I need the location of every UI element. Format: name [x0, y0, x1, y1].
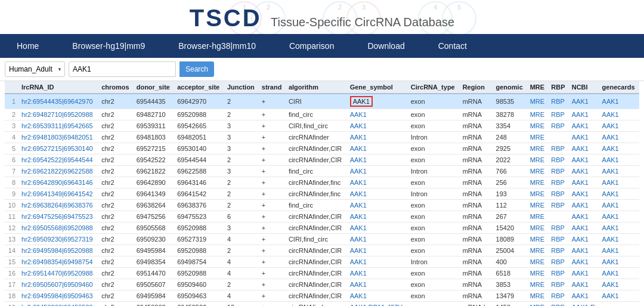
mre-link[interactable]: MRE	[530, 224, 544, 231]
rbp-link[interactable]: RBP	[551, 168, 565, 175]
ncbi-link[interactable]: AAK1	[572, 224, 589, 231]
genecards-link[interactable]: AAK1	[602, 156, 619, 163]
lrcrna-id-link[interactable]: hr2:69505568|69520988	[21, 224, 93, 231]
gene-symbol-link[interactable]: AAK1	[350, 281, 367, 288]
lrcrna-id-link[interactable]: hr2:69544435|69642970	[21, 98, 93, 105]
rbp-link[interactable]: RBP	[551, 258, 565, 265]
lrcrna-id-link[interactable]: hr2:69514470|69520988	[21, 270, 93, 277]
gene-symbol-link[interactable]: AAK1	[350, 258, 367, 265]
lrcrna-id-link[interactable]: hr2:69621822|69622588	[21, 168, 93, 175]
lrcrna-id-link[interactable]: hr2:69527215|69530140	[21, 145, 93, 152]
lrcrna-id-link[interactable]: hr2:69638264|69638376	[21, 202, 93, 209]
genecards-link[interactable]: AAK1	[602, 247, 619, 254]
genecards-link[interactable]: AAK1	[602, 236, 619, 243]
gene-symbol-link[interactable]: AAK1	[350, 145, 367, 152]
genecards-link[interactable]: AAK1	[602, 258, 619, 265]
genecards-link[interactable]: AAK1	[602, 179, 619, 186]
mre-link[interactable]: MRE	[530, 236, 544, 243]
nav-contact[interactable]: Contact	[422, 34, 484, 58]
ncbi-link[interactable]: AAK1	[572, 122, 589, 129]
genecards-link[interactable]: AAK1	[602, 202, 619, 209]
ncbi-link[interactable]: AAK1	[572, 134, 589, 141]
mre-link[interactable]: MRE	[530, 179, 544, 186]
rbp-link[interactable]: RBP	[551, 202, 565, 209]
mre-link[interactable]: MRE	[530, 156, 544, 163]
mre-link[interactable]: MRE	[530, 122, 544, 129]
organism-dropdown[interactable]: Human_Adult Human_Fetal Mouse_Adult Mous…	[5, 61, 65, 77]
ncbi-link[interactable]: AAK1	[572, 213, 589, 220]
ncbi-link[interactable]: AAK1	[572, 145, 589, 152]
ncbi-link[interactable]: AAK1	[572, 258, 589, 265]
rbp-link[interactable]: RBP	[551, 179, 565, 186]
gene-symbol-link[interactable]: AAK1	[350, 122, 367, 129]
mre-link[interactable]: MRE	[530, 134, 544, 141]
nav-browser-hg38[interactable]: Browser-hg38|mm10	[162, 34, 273, 58]
genecards-link[interactable]: AAK1	[602, 281, 619, 288]
mre-link[interactable]: MRE	[530, 304, 544, 306]
nav-download[interactable]: Download	[351, 34, 421, 58]
lrcrna-id-link[interactable]: hr2:69495984|69520988	[21, 247, 93, 254]
ncbi-link[interactable]: AAK1,R	[572, 304, 595, 306]
search-input[interactable]	[69, 61, 176, 77]
genecards-link[interactable]: AAK1	[602, 134, 619, 141]
gene-symbol-link[interactable]: AAK1,RP11-427H	[350, 304, 403, 306]
gene-symbol-link[interactable]: AAK1	[350, 111, 367, 118]
ncbi-link[interactable]: AAK1	[572, 236, 589, 243]
genecards-link[interactable]: AAK1	[602, 224, 619, 231]
genecards-link[interactable]: AAK1	[602, 190, 619, 197]
rbp-link[interactable]: RBP	[551, 224, 565, 231]
ncbi-link[interactable]: AAK1	[572, 190, 589, 197]
lrcrna-id-link[interactable]: hr2:69542522|69544544	[21, 156, 93, 163]
lrcrna-id-link[interactable]: hr2:69498354|69498754	[21, 258, 93, 265]
gene-symbol-link[interactable]: AAK1	[350, 224, 367, 231]
gene-symbol-link[interactable]: AAK1	[350, 190, 367, 197]
rbp-link[interactable]: RBP	[551, 247, 565, 254]
organism-dropdown-wrapper[interactable]: Human_Adult Human_Fetal Mouse_Adult Mous…	[5, 61, 65, 77]
genecards-link[interactable]: AAK1	[602, 270, 619, 277]
genecards-link[interactable]: AAK1	[602, 292, 619, 299]
gene-symbol-link[interactable]: AAK1	[350, 156, 367, 163]
mre-link[interactable]: MRE	[530, 213, 544, 220]
genecards-link[interactable]: AAK1	[602, 168, 619, 175]
mre-link[interactable]: MRE	[530, 292, 544, 299]
gene-symbol-link[interactable]: AAK1	[350, 247, 367, 254]
lrcrna-id-link[interactable]: hr2:69505607|69509460	[21, 281, 93, 288]
lrcrna-id-link[interactable]: hr2:69539311|69542665	[21, 122, 93, 129]
gene-symbol-link[interactable]: AAK1	[350, 179, 367, 186]
lrcrna-id-link[interactable]: hr2:69458068|69459526	[21, 304, 93, 306]
ncbi-link[interactable]: AAK1	[572, 247, 589, 254]
genecards-link[interactable]: AAK1	[602, 145, 619, 152]
ncbi-link[interactable]: AAK1	[572, 292, 589, 299]
ncbi-link[interactable]: AAK1	[572, 98, 589, 105]
rbp-link[interactable]: RBP	[551, 236, 565, 243]
mre-link[interactable]: MRE	[530, 281, 544, 288]
genecards-link[interactable]: AAK1	[602, 98, 619, 105]
rbp-link[interactable]: RBP	[551, 281, 565, 288]
ncbi-link[interactable]: AAK1	[572, 202, 589, 209]
genecards-link[interactable]: AAK1	[602, 122, 619, 129]
lrcrna-id-link[interactable]: hr2:69475256|69475523	[21, 213, 93, 220]
rbp-link[interactable]: RBP	[551, 98, 565, 105]
mre-link[interactable]: MRE	[530, 247, 544, 254]
gene-symbol-link[interactable]: AAK1	[350, 202, 367, 209]
mre-link[interactable]: MRE	[530, 98, 544, 105]
lrcrna-id-link[interactable]: hr2:69641349|69641542	[21, 190, 93, 197]
ncbi-link[interactable]: AAK1	[572, 168, 589, 175]
nav-browser-hg19[interactable]: Browser-hg19|mm9	[55, 34, 162, 58]
lrcrna-id-link[interactable]: hr2:69481803|69482051	[21, 134, 93, 141]
rbp-link[interactable]: RBP	[551, 111, 565, 118]
ncbi-link[interactable]: AAK1	[572, 156, 589, 163]
lrcrna-id-link[interactable]: hr2:69482710|69520988	[21, 111, 93, 118]
ncbi-link[interactable]: AAK1	[572, 270, 589, 277]
nav-home[interactable]: Home	[0, 34, 55, 58]
mre-link[interactable]: MRE	[530, 145, 544, 152]
genecards-link[interactable]: AAK1	[602, 111, 619, 118]
ncbi-link[interactable]: AAK1	[572, 179, 589, 186]
rbp-link[interactable]: RBP	[551, 270, 565, 277]
rbp-link[interactable]: RBP	[551, 156, 565, 163]
rbp-link[interactable]: RBP	[551, 122, 565, 129]
lrcrna-id-link[interactable]: hr2:69495984|69509463	[21, 292, 93, 299]
gene-symbol-link[interactable]: AAK1	[350, 292, 367, 299]
search-button[interactable]: Search	[179, 61, 214, 77]
gene-symbol-link[interactable]: AAK1	[350, 270, 367, 277]
